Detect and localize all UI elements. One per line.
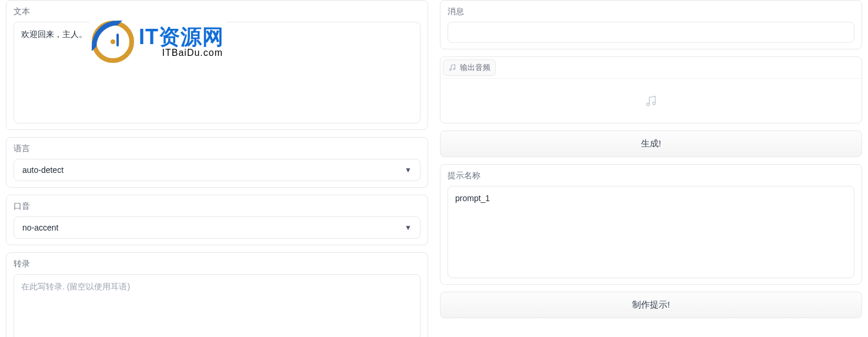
language-value: auto-detect (22, 165, 64, 175)
language-label: 语言 (14, 144, 420, 154)
accent-select[interactable]: no-accent ▼ (14, 216, 420, 239)
generate-button[interactable]: 生成! (440, 131, 862, 157)
svg-point-2 (647, 103, 650, 106)
prompt-name-label: 提示名称 (448, 171, 854, 181)
prompt-name-input[interactable] (452, 190, 850, 272)
transcribe-label: 转录 (14, 259, 420, 269)
svg-point-3 (653, 102, 656, 105)
logo-mark-icon (92, 21, 134, 63)
accent-block: 口音 no-accent ▼ (6, 195, 428, 245)
chevron-down-icon: ▼ (405, 166, 412, 174)
output-audio-body[interactable] (440, 78, 862, 123)
language-select[interactable]: auto-detect ▼ (14, 159, 420, 181)
accent-value: no-accent (22, 223, 58, 232)
svg-point-0 (449, 69, 451, 71)
make-prompt-button[interactable]: 制作提示! (440, 292, 862, 318)
message-block: 消息 (440, 0, 862, 49)
text-label: 文本 (14, 6, 420, 17)
site-logo: IT资源网 ITBaiDu.com (89, 19, 226, 65)
message-label: 消息 (448, 6, 854, 17)
transcribe-block: 转录 (6, 252, 428, 337)
text-block: 文本 IT资源网 ITBaiDu.com (6, 0, 428, 130)
message-input[interactable] (448, 22, 854, 43)
text-input-wrap: IT资源网 ITBaiDu.com (14, 22, 420, 124)
output-audio-header: 输出音频 (443, 59, 496, 76)
music-note-icon (448, 64, 456, 72)
music-note-icon (645, 95, 657, 108)
output-audio-label: 输出音频 (460, 62, 490, 73)
language-block: 语言 auto-detect ▼ (6, 137, 428, 188)
output-audio-block: 输出音频 (440, 56, 862, 124)
chevron-down-icon: ▼ (405, 223, 412, 232)
logo-title: IT资源网 (139, 26, 224, 48)
prompt-name-block: 提示名称 (440, 164, 862, 285)
accent-label: 口音 (14, 201, 420, 212)
transcribe-input[interactable] (18, 278, 416, 335)
svg-point-1 (453, 68, 455, 70)
logo-subtitle: ITBaiDu.com (162, 48, 223, 58)
